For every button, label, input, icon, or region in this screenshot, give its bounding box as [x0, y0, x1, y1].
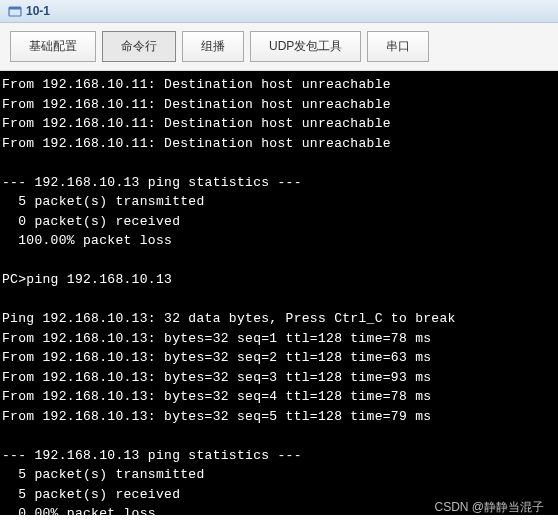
- tab-label: 串口: [386, 39, 410, 53]
- tab-label: UDP发包工具: [269, 39, 342, 53]
- tab-label: 组播: [201, 39, 225, 53]
- svg-rect-1: [9, 7, 21, 10]
- tab-multicast[interactable]: 组播: [182, 31, 244, 62]
- window-icon: [8, 4, 22, 18]
- tab-udp-tool[interactable]: UDP发包工具: [250, 31, 361, 62]
- watermark: CSDN @静静当混子: [434, 499, 544, 516]
- tab-serial[interactable]: 串口: [367, 31, 429, 62]
- tab-basic-config[interactable]: 基础配置: [10, 31, 96, 62]
- tab-bar: 基础配置 命令行 组播 UDP发包工具 串口: [0, 23, 558, 71]
- tab-label: 命令行: [121, 39, 157, 53]
- title-bar: 10-1: [0, 0, 558, 23]
- window-title: 10-1: [26, 4, 50, 18]
- tab-command-line[interactable]: 命令行: [102, 31, 176, 62]
- terminal-output[interactable]: From 192.168.10.11: Destination host unr…: [0, 71, 558, 515]
- tab-label: 基础配置: [29, 39, 77, 53]
